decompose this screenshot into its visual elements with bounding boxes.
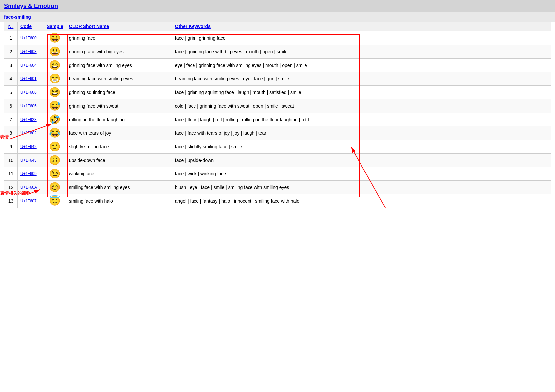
table-row: 10U+1F643🙃upside-down faceface | upside-… [4, 154, 551, 167]
cell-code[interactable]: U+1F601 [18, 72, 44, 86]
cell-cldr: winking face [66, 167, 172, 181]
cell-sample: 😆 [44, 86, 66, 99]
table-row: 5U+1F606😆grinning squinting faceface | g… [4, 86, 551, 99]
cell-cldr: slightly smiling face [66, 140, 172, 154]
cell-code[interactable]: U+1F600 [18, 31, 44, 45]
cell-keywords: cold | face | grinning face with sweat |… [172, 99, 551, 113]
cell-num: 9 [4, 140, 18, 154]
cell-keywords: beaming face with smiling eyes | eye | f… [172, 72, 551, 86]
page-title: Smileys & Emotion [4, 3, 58, 9]
cell-cldr: grinning squinting face [66, 86, 172, 99]
cell-code[interactable]: U+1F642 [18, 140, 44, 154]
cell-num: 5 [4, 86, 18, 99]
table-row: 9U+1F642🙂slightly smiling faceface | sli… [4, 140, 551, 154]
cell-sample: 😇 [44, 194, 66, 208]
table-row: 6U+1F605😅grinning face with sweatcold | … [4, 99, 551, 113]
cell-num: 3 [4, 59, 18, 72]
cell-keywords: face | grinning face with big eyes | mou… [172, 45, 551, 59]
cell-keywords: face | grinning squinting face | laugh |… [172, 86, 551, 99]
annotation-biaochg: 表情 [0, 134, 9, 140]
cell-sample: 😊 [44, 181, 66, 194]
cell-sample: 🙂 [44, 140, 66, 154]
cell-cldr: grinning face with smiling eyes [66, 59, 172, 72]
table-row: 13U+1F607😇smiling face with haloangel | … [4, 194, 551, 208]
table-row: 8U+1F602😂face with tears of joyface | fa… [4, 126, 551, 140]
cell-sample: 😃 [44, 45, 66, 59]
table-row: 12U+1F60A😊smiling face with smiling eyes… [4, 181, 551, 194]
cell-code[interactable]: U+1F605 [18, 99, 44, 113]
cell-code[interactable]: U+1F923 [18, 113, 44, 126]
table-row: 4U+1F601😁beaming face with smiling eyesb… [4, 72, 551, 86]
cell-keywords: eye | face | grinning face with smiling … [172, 59, 551, 72]
cell-cldr: grinning face with big eyes [66, 45, 172, 59]
cell-num: 7 [4, 113, 18, 126]
header-keywords: Other Keywords [172, 22, 551, 31]
cell-num: 1 [4, 31, 18, 45]
cell-num: 4 [4, 72, 18, 86]
cell-cldr: upside-down face [66, 154, 172, 167]
cell-cldr: grinning face [66, 31, 172, 45]
cell-code[interactable]: U+1F609 [18, 167, 44, 181]
cell-num: 10 [4, 154, 18, 167]
cell-cldr: rolling on the floor laughing [66, 113, 172, 126]
cell-sample: 😀 [44, 31, 66, 45]
annotation-biaochg-abbr: 表情相关的简称 [0, 190, 30, 196]
header-code: Code [18, 22, 44, 31]
header-sample: Sample [44, 22, 66, 31]
cell-keywords: face | upside-down [172, 154, 551, 167]
section-title: face-smiling [4, 14, 31, 20]
cell-keywords: face | wink | winking face [172, 167, 551, 181]
table-row: 2U+1F603😃grinning face with big eyesface… [4, 45, 551, 59]
table-row: 7U+1F923🤣rolling on the floor laughingfa… [4, 113, 551, 126]
cell-sample: 😂 [44, 126, 66, 140]
cell-num: 2 [4, 45, 18, 59]
cell-sample: 😉 [44, 167, 66, 181]
cell-num: 6 [4, 99, 18, 113]
section-header: face-smiling [0, 12, 555, 22]
cell-cldr: face with tears of joy [66, 126, 172, 140]
cell-keywords: angel | face | fantasy | halo | innocent… [172, 194, 551, 208]
cell-code[interactable]: U+1F602 [18, 126, 44, 140]
cell-cldr: smiling face with halo [66, 194, 172, 208]
table-container: № Code Sample CLDR Short Name Other Keyw… [0, 22, 555, 208]
cell-cldr: smiling face with smiling eyes [66, 181, 172, 194]
cell-sample: 🙃 [44, 154, 66, 167]
cell-num: 11 [4, 167, 18, 181]
cell-keywords: face | slightly smiling face | smile [172, 140, 551, 154]
cell-sample: 🤣 [44, 113, 66, 126]
cell-code[interactable]: U+1F603 [18, 45, 44, 59]
emoji-table: № Code Sample CLDR Short Name Other Keyw… [4, 22, 551, 208]
table-row: 1U+1F600😀grinning faceface | grin | grin… [4, 31, 551, 45]
header-num: № [4, 22, 18, 31]
table-row: 3U+1F604😄grinning face with smiling eyes… [4, 59, 551, 72]
header-cldr: CLDR Short Name [66, 22, 172, 31]
cell-code[interactable]: U+1F604 [18, 59, 44, 72]
cell-keywords: face | grin | grinning face [172, 31, 551, 45]
cell-code[interactable]: U+1F606 [18, 86, 44, 99]
cell-sample: 😁 [44, 72, 66, 86]
cell-sample: 😅 [44, 99, 66, 113]
table-row: 11U+1F609😉winking faceface | wink | wink… [4, 167, 551, 181]
cell-cldr: grinning face with sweat [66, 99, 172, 113]
page-header: Smileys & Emotion [0, 0, 555, 12]
cell-keywords: blush | eye | face | smile | smiling fac… [172, 181, 551, 194]
cell-sample: 😄 [44, 59, 66, 72]
cell-code[interactable]: U+1F643 [18, 154, 44, 167]
cell-keywords: face | face with tears of joy | joy | la… [172, 126, 551, 140]
cell-cldr: beaming face with smiling eyes [66, 72, 172, 86]
cell-keywords: face | floor | laugh | rofl | rolling | … [172, 113, 551, 126]
